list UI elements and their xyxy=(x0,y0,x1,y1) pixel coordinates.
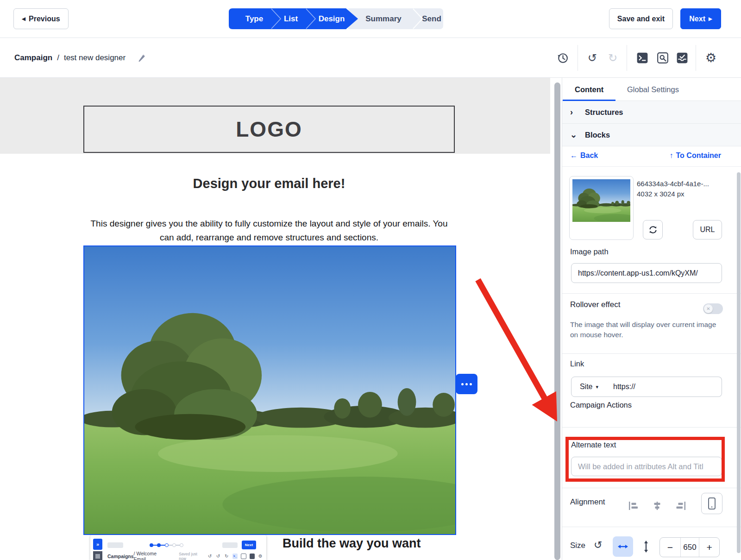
to-container-button[interactable]: ↑ To Container xyxy=(670,151,721,160)
campaign-header-bar: Campaign / test new designer ↺ ↻ xyxy=(0,38,741,78)
size-reset-button[interactable]: ↺ xyxy=(594,539,602,551)
field-photo xyxy=(84,246,455,534)
link-type-dropdown[interactable]: Site ▾ xyxy=(571,377,607,397)
breadcrumb-section[interactable]: Campaign xyxy=(14,53,52,63)
image-block-selected[interactable] xyxy=(83,245,456,535)
align-left-icon[interactable] xyxy=(629,502,639,510)
sidebar-scrollbar-thumb[interactable] xyxy=(737,172,741,553)
wizard-stepper: Type List Design Summary Send xyxy=(229,8,443,29)
horizontal-arrows-icon xyxy=(618,544,628,549)
email-designer-app: ◀ Previous Type List Design Summary Send… xyxy=(0,0,741,560)
test-email-button[interactable] xyxy=(673,38,691,78)
url-button-label: URL xyxy=(700,226,715,234)
tab-content[interactable]: Content xyxy=(575,78,603,101)
blocks-accordion[interactable]: ⌄ Blocks xyxy=(562,124,741,146)
block-options-button[interactable] xyxy=(456,374,477,394)
mini-history-icon: ↺ xyxy=(207,554,212,559)
mini-screenshot: » Next Campaigns / Welcome Email Saved j… xyxy=(90,535,266,560)
terminal-icon xyxy=(636,52,648,64)
step-list[interactable]: List xyxy=(284,8,298,29)
size-decrease-button[interactable]: − xyxy=(660,538,681,557)
image-dimensions: 4032 x 3024 px xyxy=(637,190,684,198)
logo-block[interactable]: LOGO xyxy=(83,106,455,153)
mobile-phone-icon xyxy=(708,497,716,510)
back-button[interactable]: ← Back xyxy=(570,151,598,160)
section-divider xyxy=(562,488,741,488)
to-container-label: To Container xyxy=(676,151,721,160)
mini-undo-icon: ↺ xyxy=(215,554,220,559)
image-thumbnail-card[interactable] xyxy=(569,176,634,240)
mini-step-dot xyxy=(165,543,169,547)
campaign-actions-link[interactable]: Campaign Actions xyxy=(570,401,632,409)
close-x-icon: ✕ xyxy=(706,306,710,311)
section-divider xyxy=(562,527,741,527)
link-url-input[interactable] xyxy=(607,377,722,397)
refresh-icon xyxy=(648,225,658,235)
email-heading[interactable]: Design your email here! xyxy=(83,176,455,191)
size-increase-button[interactable]: + xyxy=(699,538,719,557)
settings-sidebar: Content Global Settings › Structures ⌄ B… xyxy=(562,78,741,560)
step-send[interactable]: Send xyxy=(422,8,441,29)
step-summary[interactable]: Summary xyxy=(365,8,401,29)
alternate-text-input[interactable] xyxy=(571,457,722,476)
mini-preview-icon xyxy=(241,554,246,559)
mini-redo-icon: ↻ xyxy=(224,554,229,559)
height-mode-button[interactable] xyxy=(639,536,653,557)
next-arrow-icon: ▶ xyxy=(709,17,712,21)
previous-arrow-icon: ◀ xyxy=(22,17,25,21)
vertical-arrows-icon xyxy=(643,541,649,553)
toggle-knob: ✕ xyxy=(704,304,713,313)
redo-button[interactable]: ↻ xyxy=(605,38,621,78)
tab-global-settings[interactable]: Global Settings xyxy=(627,78,679,101)
toolbar-divider xyxy=(627,45,627,71)
undo-button[interactable]: ↺ xyxy=(584,38,600,78)
align-center-icon[interactable] xyxy=(652,502,662,510)
replace-image-button[interactable] xyxy=(643,220,663,239)
toolbar-divider xyxy=(696,45,696,71)
mini-placeholder-pill xyxy=(222,542,238,548)
alignment-options xyxy=(629,502,685,510)
inbox-check-icon xyxy=(676,52,688,64)
save-and-exit-button[interactable]: Save and exit xyxy=(609,8,673,29)
step-type[interactable]: Type xyxy=(245,8,263,29)
back-label: Back xyxy=(580,151,598,160)
image-path-input[interactable] xyxy=(571,263,722,283)
dot xyxy=(465,383,468,385)
mini-next-button: Next xyxy=(242,541,256,549)
size-label: Size xyxy=(570,541,585,550)
step-design[interactable]: Design xyxy=(319,8,345,29)
edit-name-button[interactable] xyxy=(138,54,146,62)
mini-step-dot xyxy=(180,543,183,547)
logo-text: LOGO xyxy=(236,117,302,142)
previous-button[interactable]: ◀ Previous xyxy=(13,8,69,29)
back-arrow-icon: ← xyxy=(570,151,578,160)
link-label: Link xyxy=(570,359,584,368)
version-history-button[interactable] xyxy=(555,38,571,78)
canvas-scrollbar-thumb[interactable] xyxy=(554,82,560,560)
structures-accordion[interactable]: › Structures xyxy=(562,101,741,124)
next-button[interactable]: Next ▶ xyxy=(680,8,721,29)
image-url-button[interactable]: URL xyxy=(693,220,722,239)
email-paragraph[interactable]: This designer gives you the ability to f… xyxy=(83,217,455,245)
size-value[interactable]: 650 xyxy=(681,538,699,557)
save-and-exit-label: Save and exit xyxy=(617,15,665,23)
up-arrow-icon: ↑ xyxy=(670,151,673,160)
block-nav-row: ← Back ↑ To Container xyxy=(562,146,741,167)
code-editor-button[interactable] xyxy=(634,38,651,78)
build-heading: Build the way you want xyxy=(283,536,421,551)
align-right-icon[interactable] xyxy=(675,502,685,510)
mini-step-dot xyxy=(172,543,176,547)
chevron-right-icon: › xyxy=(570,107,578,117)
rollover-toggle[interactable]: ✕ xyxy=(703,303,723,314)
preview-button[interactable] xyxy=(654,38,672,78)
mini-sidebar-dark xyxy=(93,551,102,560)
sidebar-tabs: Content Global Settings xyxy=(562,78,741,101)
image-thumbnail xyxy=(572,179,630,222)
email-canvas: LOGO Design your email here! This design… xyxy=(0,78,550,560)
settings-gear-button[interactable]: ⚙ xyxy=(702,38,720,78)
width-mode-button[interactable] xyxy=(613,536,633,557)
mini-inbox-icon xyxy=(250,554,255,559)
mobile-alignment-button[interactable] xyxy=(701,493,722,514)
section-divider xyxy=(562,353,741,354)
mini-breadcrumb-rest: / Welcome Email xyxy=(134,551,168,560)
